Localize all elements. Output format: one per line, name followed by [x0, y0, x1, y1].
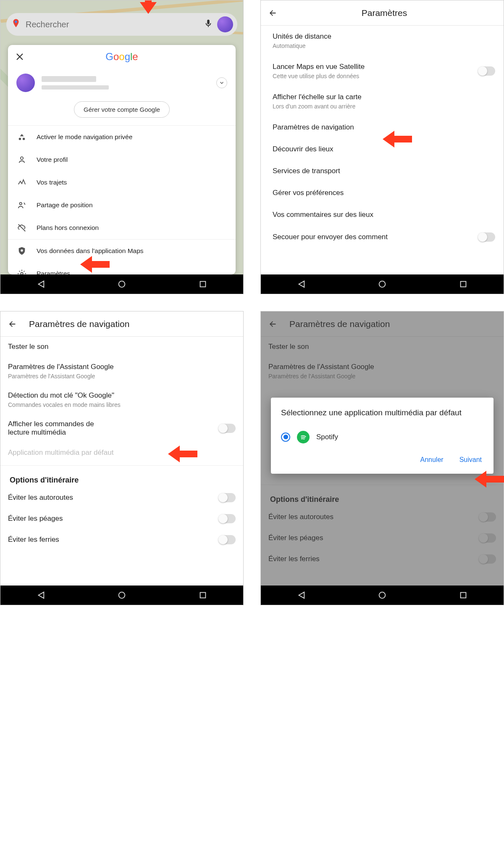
menu-profile[interactable]: Votre profil	[8, 148, 236, 171]
android-nav-bar	[0, 274, 243, 294]
callout-arrow-settings	[80, 256, 110, 273]
nav-settings-list[interactable]: Tester le son Paramètres de l'Assistant …	[0, 337, 243, 586]
svg-point-5	[21, 249, 23, 252]
svg-point-3	[21, 157, 23, 159]
setting-avoid-tolls[interactable]: Éviter les péages	[0, 508, 243, 529]
setting-comments[interactable]: Vos commentaires sur des lieux	[261, 204, 504, 226]
back-button[interactable]	[8, 319, 17, 329]
page-title: Paramètres de navigation	[29, 319, 236, 329]
account-sheet: Google Gérer votre compte Google Activer…	[8, 45, 236, 274]
nav-home-icon[interactable]	[117, 280, 126, 289]
callout-arrow-avatar	[140, 0, 157, 14]
incognito-icon	[17, 132, 26, 142]
setting-nav-settings[interactable]: Paramètres de navigation	[261, 116, 504, 138]
shield-icon	[17, 246, 26, 256]
nav-recent-icon[interactable]	[459, 280, 468, 289]
account-name-redacted	[42, 76, 210, 90]
page-title: Paramètres	[289, 8, 479, 18]
section-route-options: Options d'itinéraire	[0, 468, 243, 487]
setting-units[interactable]: Unités de distance Automatique	[261, 26, 504, 56]
radio-selected-icon[interactable]	[281, 433, 290, 442]
callout-arrow-nav-settings	[383, 131, 412, 148]
settings-list[interactable]: Unités de distance Automatique Lancer Ma…	[261, 26, 504, 274]
nav-back-icon[interactable]	[36, 280, 45, 289]
location-share-icon	[17, 200, 26, 210]
menu-your-data[interactable]: Vos données dans l'application Maps	[8, 240, 236, 262]
nav-back-icon[interactable]	[36, 591, 45, 600]
toggle-shake[interactable]	[478, 232, 495, 242]
menu-incognito[interactable]: Activer le mode navigation privée	[8, 126, 236, 148]
android-nav-bar	[261, 274, 504, 294]
setting-transport[interactable]: Services de transport	[261, 160, 504, 182]
gear-icon	[17, 269, 26, 274]
next-button[interactable]: Suivant	[458, 453, 483, 467]
setting-assistant[interactable]: Paramètres de l'Assistant Google Paramèt…	[0, 357, 243, 385]
setting-scale[interactable]: Afficher l'échelle sur la carte Lors d'u…	[261, 86, 504, 116]
menu-label: Vos trajets	[37, 179, 67, 186]
screen-nav-settings: Paramètres de navigation Tester le son P…	[0, 311, 244, 605]
setting-avoid-ferries[interactable]: Éviter les ferries	[0, 529, 243, 545]
menu-label: Partage de position	[37, 201, 93, 209]
option-spotify[interactable]: Spotify	[281, 427, 483, 453]
topbar: Paramètres de navigation	[0, 311, 243, 337]
setting-avoid-highways[interactable]: Éviter les autoroutes	[0, 487, 243, 508]
microphone-icon[interactable]	[204, 19, 213, 30]
setting-test-sound[interactable]: Tester le son	[0, 337, 243, 357]
maps-pin-icon	[10, 18, 21, 31]
nav-recent-icon[interactable]	[198, 591, 207, 600]
menu-location-share[interactable]: Partage de position	[8, 194, 236, 216]
toggle-tolls[interactable]	[219, 514, 236, 523]
menu-trips[interactable]: Vos trajets	[8, 171, 236, 194]
sheet-header: Google	[8, 45, 236, 69]
setting-default-media: Application multimédia par défaut	[0, 443, 243, 463]
menu-label: Paramètres	[37, 270, 70, 274]
cloud-off-icon	[17, 223, 26, 232]
nav-home-icon[interactable]	[378, 280, 387, 289]
android-nav-bar	[0, 586, 243, 605]
toggle-highways[interactable]	[219, 493, 236, 502]
callout-arrow-suivant	[475, 471, 504, 488]
nav-recent-icon[interactable]	[198, 280, 207, 289]
search-bar[interactable]: Rechercher	[6, 13, 237, 36]
callout-arrow-media-toggle	[168, 446, 197, 462]
media-app-dialog: Sélectionnez une application multimédia …	[271, 398, 494, 474]
menu-label: Activer le mode navigation privée	[37, 133, 132, 141]
toggle-ferries[interactable]	[219, 535, 236, 544]
toggle-media-controls[interactable]	[219, 424, 236, 433]
nav-home-icon[interactable]	[378, 591, 387, 600]
search-placeholder: Rechercher	[26, 20, 200, 29]
person-icon	[17, 155, 26, 164]
setting-media-controls[interactable]: Afficher les commandes de lecture multim…	[0, 414, 243, 443]
menu-label: Vos données dans l'application Maps	[37, 247, 144, 255]
back-button[interactable]	[268, 8, 278, 18]
menu-settings[interactable]: Paramètres	[8, 262, 236, 274]
menu-label: Plans hors connexion	[37, 224, 99, 232]
screen-account-menu: Rechercher Google Gérer votre comp	[0, 0, 244, 294]
close-icon[interactable]	[15, 52, 25, 62]
manage-account-button[interactable]: Gérer votre compte Google	[74, 101, 170, 118]
setting-preferences[interactable]: Gérer vos préférences	[261, 182, 504, 204]
setting-shake[interactable]: Secouer pour envoyer des comment	[261, 226, 504, 243]
account-row[interactable]	[8, 69, 236, 97]
nav-home-icon[interactable]	[117, 591, 126, 600]
cancel-button[interactable]: Annuler	[418, 453, 445, 467]
screen-media-dialog: Paramètres de navigation Tester le son P…	[260, 311, 504, 605]
nav-back-icon[interactable]	[297, 591, 306, 600]
setting-discover[interactable]: Découvrir des lieux	[261, 138, 504, 160]
android-nav-bar	[261, 586, 504, 605]
menu-offline[interactable]: Plans hors connexion	[8, 216, 236, 239]
profile-avatar-button[interactable]	[217, 16, 233, 32]
nav-recent-icon[interactable]	[459, 591, 468, 600]
setting-okgoogle[interactable]: Détection du mot clé "Ok Google" Command…	[0, 385, 243, 414]
expand-accounts-button[interactable]	[216, 77, 227, 88]
setting-satellite[interactable]: Lancer Maps en vue Satellite Cette vue u…	[261, 56, 504, 86]
toggle-satellite[interactable]	[478, 66, 495, 76]
nav-back-icon[interactable]	[297, 280, 306, 289]
svg-point-4	[20, 203, 22, 205]
avatar	[16, 74, 35, 92]
google-logo: Google	[105, 51, 138, 63]
screen-settings: Paramètres Unités de distance Automatiqu…	[260, 0, 504, 294]
dialog-title: Sélectionnez une application multimédia …	[281, 408, 483, 418]
svg-point-2	[15, 21, 17, 23]
spotify-icon	[297, 431, 310, 443]
